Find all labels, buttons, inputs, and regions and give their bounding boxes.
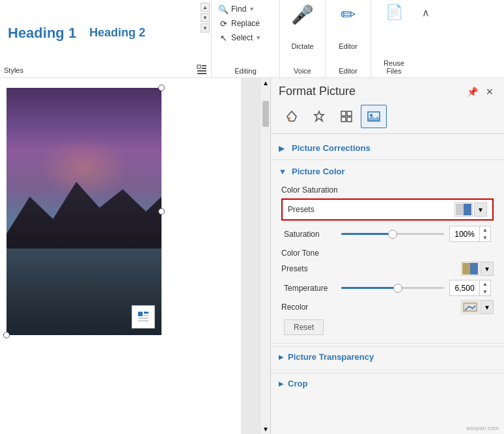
sky-glow <box>38 137 131 199</box>
selection-handle-middle-right[interactable] <box>158 208 165 215</box>
image-layout-button[interactable] <box>132 305 155 329</box>
scroll-up-button[interactable]: ▲ <box>201 3 210 12</box>
svg-point-10 <box>288 117 290 120</box>
picture-corrections-header[interactable]: ▶ Picture Corrections <box>271 139 504 157</box>
saturation-slider-fill <box>341 233 393 235</box>
tab-size-properties[interactable] <box>333 105 359 128</box>
tone-preset-dropdown[interactable]: ▼ <box>481 262 494 276</box>
picture-icon <box>367 109 381 124</box>
saturation-decrement-button[interactable]: ▼ <box>480 234 490 242</box>
picture-color-content: Color Saturation Presets ▼ <box>271 180 504 340</box>
crop-title: Crop <box>288 379 307 388</box>
saturation-spinner-buttons: ▲ ▼ <box>479 226 490 241</box>
svg-rect-5 <box>138 312 143 316</box>
picture-color-header[interactable]: ▼ Picture Color <box>271 163 504 180</box>
svg-rect-0 <box>197 65 201 68</box>
tab-effects[interactable] <box>306 105 332 128</box>
svg-rect-2 <box>202 68 206 69</box>
temperature-slider-track[interactable] <box>341 287 444 289</box>
picture-corrections-title: Picture Corrections <box>292 143 371 153</box>
document-page <box>0 78 241 434</box>
scrollbar-thumb[interactable] <box>262 101 269 127</box>
scrollbar-up-button[interactable]: ▲ <box>261 78 270 88</box>
svg-rect-21 <box>470 263 478 275</box>
dictate-icon[interactable]: 🎤 <box>291 4 314 25</box>
tone-presets-label: Presets <box>281 264 461 273</box>
svg-rect-4 <box>197 73 206 74</box>
tone-preset-icon[interactable] <box>461 262 479 276</box>
saturation-slider-track[interactable] <box>341 233 444 235</box>
layout-icon <box>137 310 150 323</box>
panel-pin-button[interactable]: 📌 <box>464 85 481 98</box>
editing-label: Editing <box>234 64 257 75</box>
recolor-dropdown[interactable]: ▼ <box>481 300 494 314</box>
recolor-icon[interactable] <box>461 300 479 314</box>
reuse-files-label[interactable]: ReuseFiles <box>384 59 404 75</box>
selected-image[interactable] <box>7 88 161 335</box>
temperature-value: 6,500 <box>450 282 479 294</box>
find-button[interactable]: 🔍 Find ▼ <box>216 3 275 16</box>
temperature-increment-button[interactable]: ▲ <box>480 280 490 288</box>
styles-section: Heading 1 Heading 2 ▲ ▼ ▼ Styles <box>0 0 212 77</box>
picture-corrections-arrow: ▶ <box>279 144 288 153</box>
saturation-slider-row: Saturation 100% ▲ ▼ <box>281 226 494 242</box>
selection-handle-top-right[interactable] <box>158 85 165 91</box>
replace-button[interactable]: ⟳ Replace <box>216 17 275 30</box>
selection-handle-bottom-left[interactable] <box>3 332 10 338</box>
temperature-slider-fill <box>341 287 398 289</box>
main-area: ▲ ▼ Format Picture 📌 ✕ <box>0 78 504 434</box>
reset-button[interactable]: Reset <box>284 319 324 335</box>
watermark: wsxpan.com <box>466 425 499 431</box>
divider-2 <box>271 343 504 344</box>
svg-rect-7 <box>144 315 148 316</box>
picture-transparency-header[interactable]: ▶ Picture Transparency <box>271 346 504 367</box>
temperature-spinner[interactable]: 6,500 ▲ ▼ <box>449 280 491 296</box>
document-area: ▲ ▼ <box>0 78 270 434</box>
saturation-slider-thumb[interactable] <box>388 230 397 239</box>
scrollbar-down-button[interactable]: ▼ <box>261 424 270 434</box>
picture-color-arrow: ▼ <box>279 167 288 176</box>
editor-label[interactable]: Editor <box>339 42 357 50</box>
temperature-decrement-button[interactable]: ▼ <box>480 288 490 296</box>
styles-footer: Styles <box>4 63 207 75</box>
panel-controls: 📌 ✕ <box>464 85 496 98</box>
panel-tabs <box>271 102 504 134</box>
saturation-preset-dropdown[interactable]: ▼ <box>474 202 487 217</box>
saturation-preset-icon[interactable] <box>455 202 473 217</box>
picture-transparency-title: Picture Transparency <box>288 352 374 362</box>
ribbon-collapse-button[interactable]: ∧ <box>419 4 432 21</box>
divider-1 <box>271 159 504 160</box>
divider-3 <box>271 370 504 370</box>
panel-title: Format Picture <box>279 85 356 98</box>
panel-header: Format Picture 📌 ✕ <box>271 78 504 102</box>
tab-picture[interactable] <box>361 105 387 128</box>
document-scrollbar[interactable]: ▲ ▼ <box>261 78 270 434</box>
color-tone-label: Color Tone <box>281 246 494 262</box>
effects-icon <box>312 109 326 124</box>
dictate-label[interactable]: Dictate <box>291 42 313 50</box>
recolor-label: Recolor <box>281 303 461 312</box>
dictate-group: 🎤 Dictate Voice <box>280 0 326 77</box>
tone-presets-control: ▼ <box>461 262 494 276</box>
panel-close-button[interactable]: ✕ <box>483 85 496 98</box>
saturation-presets-control: ▼ <box>455 202 487 217</box>
crop-header[interactable]: ▶ Crop <box>271 373 504 394</box>
landscape-photo <box>7 88 161 335</box>
svg-rect-19 <box>464 204 471 215</box>
saturation-presets-row[interactable]: Presets ▼ <box>281 198 494 221</box>
reuse-files-icon[interactable]: 📄 <box>385 4 403 21</box>
heading1-style-button[interactable]: Heading 1 <box>4 23 80 43</box>
temperature-slider-label: Temperature <box>284 284 336 293</box>
tab-fill-line[interactable] <box>279 105 305 128</box>
crop-arrow: ▶ <box>279 380 284 387</box>
editor-icon[interactable]: ✏ <box>341 4 356 25</box>
select-button[interactable]: ↖ Select ▼ <box>216 31 275 44</box>
scroll-down-button[interactable]: ▼ <box>201 13 210 22</box>
heading2-style-button[interactable]: Heading 2 <box>85 25 149 41</box>
saturation-spinner[interactable]: 100% ▲ ▼ <box>449 226 491 242</box>
styles-expand-icon[interactable] <box>197 64 207 75</box>
temperature-slider-thumb[interactable] <box>393 284 402 293</box>
saturation-increment-button[interactable]: ▲ <box>480 226 490 234</box>
styles-scrollbar: ▲ ▼ ▼ <box>201 3 210 33</box>
scroll-expand-button[interactable]: ▼ <box>201 23 210 33</box>
